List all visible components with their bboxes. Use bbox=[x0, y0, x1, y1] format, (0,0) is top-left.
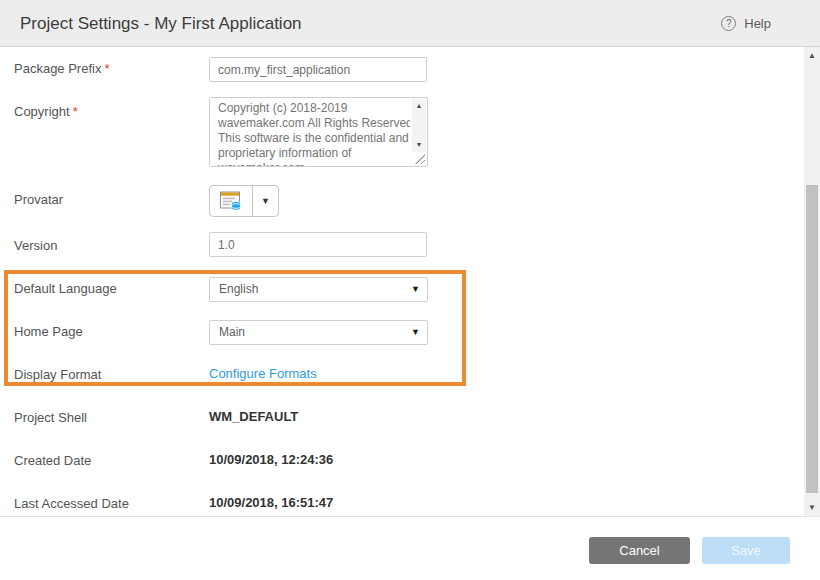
version-label: Version bbox=[14, 238, 57, 253]
scrollbar-thumb[interactable] bbox=[806, 185, 818, 493]
configure-formats-link[interactable]: Configure Formats bbox=[209, 366, 317, 381]
scroll-up-icon[interactable]: ▲ bbox=[412, 101, 426, 111]
dialog-header: Project Settings - My First Application … bbox=[0, 0, 820, 47]
display-format-label: Display Format bbox=[14, 367, 101, 382]
created-date-label: Created Date bbox=[14, 453, 91, 468]
project-settings-dialog: Project Settings - My First Application … bbox=[0, 0, 820, 580]
package-prefix-label-text: Package Prefix bbox=[14, 61, 101, 76]
dialog-title: Project Settings - My First Application bbox=[20, 14, 302, 34]
scroll-down-icon[interactable]: ▼ bbox=[412, 140, 426, 150]
created-date-value: 10/09/2018, 12:24:36 bbox=[209, 452, 333, 467]
last-accessed-date-label: Last Accessed Date bbox=[14, 496, 129, 511]
copyright-label-text: Copyright bbox=[14, 104, 70, 119]
project-shell-value: WM_DEFAULT bbox=[209, 409, 298, 424]
project-shell-label: Project Shell bbox=[14, 410, 87, 425]
home-page-value: Main bbox=[219, 321, 245, 344]
copyright-line: wavemaker.com All Rights Reserved. bbox=[218, 116, 410, 131]
dialog-scrollbar[interactable]: ▲ ▼ bbox=[804, 47, 820, 516]
chevron-down-icon: ▼ bbox=[411, 278, 420, 301]
provatar-dropdown-toggle[interactable]: ▼ bbox=[253, 186, 278, 216]
help-button[interactable]: ? Help bbox=[721, 16, 771, 31]
dialog-footer: Cancel Save bbox=[0, 516, 820, 580]
help-icon: ? bbox=[721, 16, 736, 31]
chevron-down-icon: ▼ bbox=[261, 196, 270, 206]
copyright-line: wavemaker.com bbox=[218, 161, 410, 166]
default-language-select[interactable]: English ▼ bbox=[209, 277, 428, 302]
cancel-button[interactable]: Cancel bbox=[589, 537, 690, 564]
resize-grip-icon[interactable] bbox=[415, 154, 425, 164]
home-page-label: Home Page bbox=[14, 324, 83, 339]
copyright-text: Copyright (c) 2018-2019 wavemaker.com Al… bbox=[210, 98, 412, 166]
scroll-down-icon[interactable]: ▼ bbox=[804, 503, 820, 512]
copyright-line: Copyright (c) 2018-2019 bbox=[218, 101, 410, 116]
scroll-up-icon[interactable]: ▲ bbox=[804, 51, 820, 60]
default-language-label: Default Language bbox=[14, 281, 117, 296]
package-prefix-label: Package Prefix* bbox=[14, 61, 110, 76]
copyright-label: Copyright* bbox=[14, 104, 78, 119]
textarea-scrollbar[interactable]: ▲ ▼ bbox=[412, 99, 426, 152]
default-language-value: English bbox=[219, 278, 258, 301]
required-asterisk: * bbox=[104, 61, 109, 76]
home-page-select[interactable]: Main ▼ bbox=[209, 320, 428, 345]
help-label: Help bbox=[744, 16, 771, 31]
provatar-icon-cell[interactable] bbox=[210, 186, 253, 216]
copyright-line: proprietary information of bbox=[218, 146, 410, 161]
version-input[interactable] bbox=[209, 232, 427, 257]
copyright-line: This software is the confidential and bbox=[218, 131, 410, 146]
required-asterisk: * bbox=[73, 104, 78, 119]
project-avatar-icon bbox=[219, 191, 243, 212]
copyright-textarea[interactable]: Copyright (c) 2018-2019 wavemaker.com Al… bbox=[209, 97, 428, 167]
package-prefix-input[interactable] bbox=[209, 57, 427, 82]
provatar-label: Provatar bbox=[14, 192, 63, 207]
chevron-down-icon: ▼ bbox=[411, 321, 420, 344]
last-accessed-date-value: 10/09/2018, 16:51:47 bbox=[209, 495, 333, 510]
provatar-button[interactable]: ▼ bbox=[209, 185, 279, 217]
save-button[interactable]: Save bbox=[702, 537, 790, 564]
